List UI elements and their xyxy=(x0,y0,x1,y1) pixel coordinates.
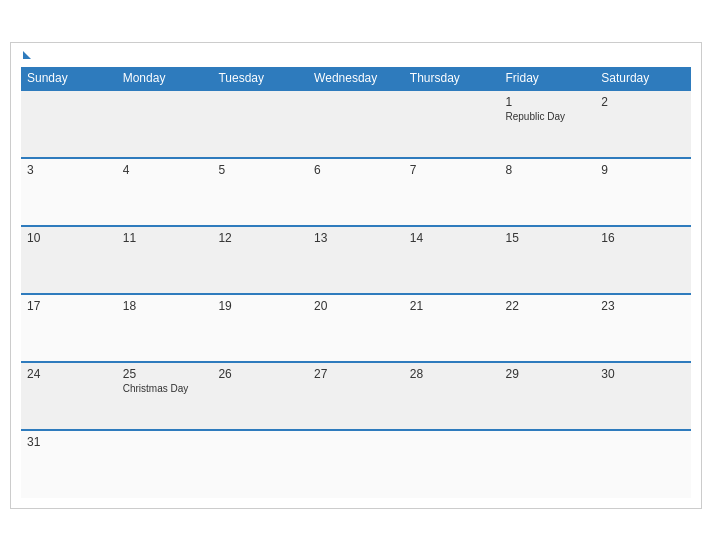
calendar-week-row: 2425Christmas Day2627282930 xyxy=(21,362,691,430)
calendar-cell: 13 xyxy=(308,226,404,294)
calendar-cell: 1Republic Day xyxy=(500,90,596,158)
day-number: 31 xyxy=(27,435,111,449)
day-number: 23 xyxy=(601,299,685,313)
day-number: 11 xyxy=(123,231,207,245)
weekday-header-friday: Friday xyxy=(500,67,596,90)
day-number: 10 xyxy=(27,231,111,245)
day-number: 26 xyxy=(218,367,302,381)
day-number: 28 xyxy=(410,367,494,381)
day-number: 18 xyxy=(123,299,207,313)
calendar-cell: 9 xyxy=(595,158,691,226)
day-number: 1 xyxy=(506,95,590,109)
calendar-cell: 26 xyxy=(212,362,308,430)
calendar-cell xyxy=(117,430,213,498)
calendar-cell xyxy=(308,90,404,158)
calendar-week-row: 3456789 xyxy=(21,158,691,226)
day-number: 5 xyxy=(218,163,302,177)
calendar-cell xyxy=(21,90,117,158)
day-number: 16 xyxy=(601,231,685,245)
calendar-cell: 5 xyxy=(212,158,308,226)
logo-triangle-icon xyxy=(23,51,31,59)
day-number: 3 xyxy=(27,163,111,177)
calendar-cell: 31 xyxy=(21,430,117,498)
day-number: 24 xyxy=(27,367,111,381)
calendar-cell xyxy=(212,430,308,498)
calendar-cell: 3 xyxy=(21,158,117,226)
calendar-cell xyxy=(212,90,308,158)
day-number: 9 xyxy=(601,163,685,177)
day-number: 12 xyxy=(218,231,302,245)
calendar-cell: 24 xyxy=(21,362,117,430)
calendar-cell: 27 xyxy=(308,362,404,430)
calendar-grid: SundayMondayTuesdayWednesdayThursdayFrid… xyxy=(21,67,691,498)
calendar-cell: 15 xyxy=(500,226,596,294)
calendar-cell: 23 xyxy=(595,294,691,362)
day-number: 19 xyxy=(218,299,302,313)
calendar-container: SundayMondayTuesdayWednesdayThursdayFrid… xyxy=(10,42,702,509)
day-number: 27 xyxy=(314,367,398,381)
day-number: 17 xyxy=(27,299,111,313)
calendar-cell xyxy=(404,430,500,498)
calendar-header xyxy=(21,53,691,59)
calendar-cell xyxy=(500,430,596,498)
calendar-cell: 29 xyxy=(500,362,596,430)
weekday-header-monday: Monday xyxy=(117,67,213,90)
day-number: 21 xyxy=(410,299,494,313)
day-number: 14 xyxy=(410,231,494,245)
day-number: 29 xyxy=(506,367,590,381)
calendar-week-row: 10111213141516 xyxy=(21,226,691,294)
calendar-cell xyxy=(595,430,691,498)
day-number: 20 xyxy=(314,299,398,313)
calendar-cell: 14 xyxy=(404,226,500,294)
calendar-cell: 19 xyxy=(212,294,308,362)
day-number: 7 xyxy=(410,163,494,177)
calendar-cell: 7 xyxy=(404,158,500,226)
calendar-cell: 4 xyxy=(117,158,213,226)
calendar-cell: 2 xyxy=(595,90,691,158)
logo xyxy=(21,53,31,59)
weekday-header-wednesday: Wednesday xyxy=(308,67,404,90)
weekday-header-tuesday: Tuesday xyxy=(212,67,308,90)
calendar-cell: 16 xyxy=(595,226,691,294)
day-number: 30 xyxy=(601,367,685,381)
holiday-label: Christmas Day xyxy=(123,383,207,394)
day-number: 25 xyxy=(123,367,207,381)
calendar-cell: 6 xyxy=(308,158,404,226)
calendar-cell: 11 xyxy=(117,226,213,294)
calendar-week-row: 1Republic Day2 xyxy=(21,90,691,158)
calendar-cell: 30 xyxy=(595,362,691,430)
calendar-cell: 25Christmas Day xyxy=(117,362,213,430)
day-number: 22 xyxy=(506,299,590,313)
calendar-cell: 10 xyxy=(21,226,117,294)
day-number: 4 xyxy=(123,163,207,177)
calendar-cell xyxy=(117,90,213,158)
calendar-cell: 22 xyxy=(500,294,596,362)
calendar-cell: 12 xyxy=(212,226,308,294)
calendar-cell: 21 xyxy=(404,294,500,362)
calendar-week-row: 31 xyxy=(21,430,691,498)
day-number: 2 xyxy=(601,95,685,109)
calendar-week-row: 17181920212223 xyxy=(21,294,691,362)
calendar-cell: 18 xyxy=(117,294,213,362)
day-number: 13 xyxy=(314,231,398,245)
day-number: 15 xyxy=(506,231,590,245)
calendar-cell: 28 xyxy=(404,362,500,430)
day-number: 6 xyxy=(314,163,398,177)
calendar-cell: 17 xyxy=(21,294,117,362)
holiday-label: Republic Day xyxy=(506,111,590,122)
calendar-cell: 20 xyxy=(308,294,404,362)
weekday-header-sunday: Sunday xyxy=(21,67,117,90)
weekday-header-saturday: Saturday xyxy=(595,67,691,90)
day-number: 8 xyxy=(506,163,590,177)
calendar-cell xyxy=(308,430,404,498)
weekday-header-row: SundayMondayTuesdayWednesdayThursdayFrid… xyxy=(21,67,691,90)
calendar-cell xyxy=(404,90,500,158)
calendar-cell: 8 xyxy=(500,158,596,226)
weekday-header-thursday: Thursday xyxy=(404,67,500,90)
